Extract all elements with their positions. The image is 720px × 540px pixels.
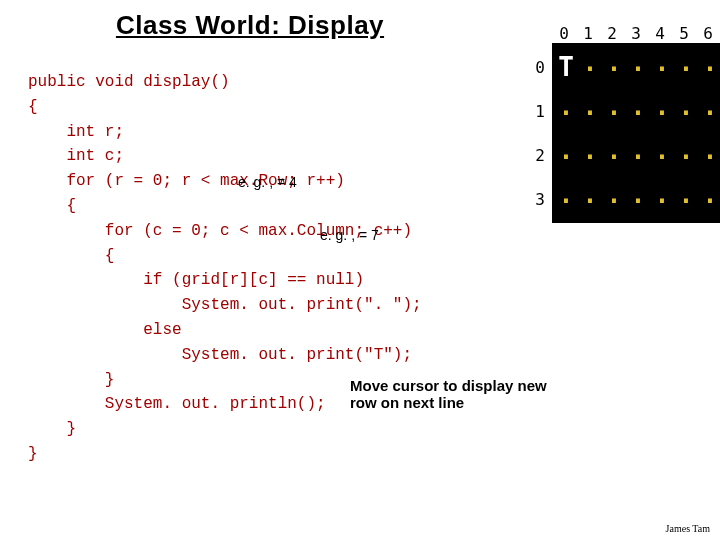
cell-dot: . (698, 173, 720, 217)
row-header: 2 (528, 133, 552, 177)
grid-cells: T........................... (552, 43, 720, 223)
cell-dot: . (698, 129, 720, 173)
cell-dot: . (626, 129, 650, 173)
row-header: 3 (528, 177, 552, 221)
cell-dot: . (626, 41, 650, 85)
col-header: 0 (552, 24, 576, 43)
row-header: 0 (528, 45, 552, 89)
annotation-eg-maxcolumn: e. g. , = 7 (320, 228, 379, 243)
cell-dot: . (674, 129, 698, 173)
cell-dot: . (554, 129, 578, 173)
cell-dot: . (626, 85, 650, 129)
output-grid: 0123456 0123 T..........................… (528, 24, 720, 223)
annotation-move-cursor: Move cursor to display new row on next l… (350, 378, 570, 411)
cell-dot: . (650, 85, 674, 129)
cell-dot: . (554, 85, 578, 129)
cell-dot: . (626, 173, 650, 217)
cell-dot: . (698, 41, 720, 85)
cell-dot: . (578, 41, 602, 85)
cell-dot: . (554, 173, 578, 217)
cell-dot: . (674, 173, 698, 217)
cell-dot: . (674, 85, 698, 129)
author-credit: James Tam (666, 523, 710, 534)
annotation-eg-maxrow: e. g. , = 4 (238, 175, 297, 190)
cell-dot: . (602, 85, 626, 129)
cell-dot: . (674, 41, 698, 85)
cell-dot: . (578, 129, 602, 173)
slide-title: Class World: Display (0, 10, 500, 41)
cell-dot: . (578, 173, 602, 217)
cell-dot: . (698, 85, 720, 129)
cell-dot: . (650, 173, 674, 217)
cell-dot: . (602, 129, 626, 173)
row-header: 1 (528, 89, 552, 133)
cell-dot: . (650, 129, 674, 173)
grid-row-labels: 0123 (528, 43, 552, 223)
cell-dot: . (602, 41, 626, 85)
cell-t: T (554, 45, 578, 89)
cell-dot: . (578, 85, 602, 129)
cell-dot: . (602, 173, 626, 217)
cell-dot: . (650, 41, 674, 85)
